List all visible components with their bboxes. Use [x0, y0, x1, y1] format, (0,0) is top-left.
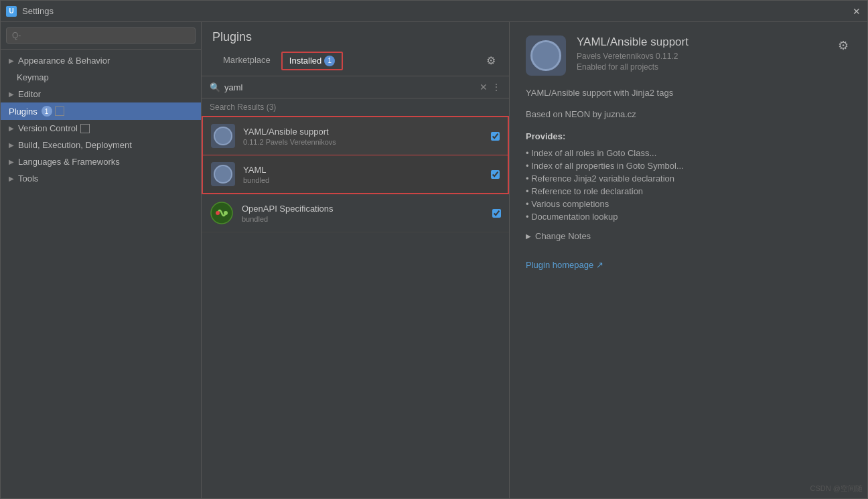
window-title: Settings	[22, 6, 851, 16]
detail-enabled: Enabled for all projects	[577, 62, 835, 72]
plugin-item-yaml-ansible[interactable]: YAML/Ansible support 0.11.2 Pavels Veret…	[202, 116, 509, 155]
sidebar-item-label: Appearance & Behavior	[18, 56, 110, 66]
plugin-meta: bundled	[243, 176, 486, 184]
plugin-checkbox-yaml[interactable]	[491, 170, 500, 179]
change-notes-label: Change Notes	[535, 231, 591, 241]
sidebar-item-keymap[interactable]: Keymap	[1, 69, 201, 86]
sidebar-item-label: Editor	[18, 89, 41, 99]
openapi-logo	[210, 201, 234, 225]
app-icon: U	[6, 6, 17, 17]
detail-description-1: YAML/Ansible support with Jinja2 tags	[526, 86, 851, 100]
provides-list-item: Reference Jinja2 variable declaration	[526, 172, 851, 185]
sidebar-item-label: Version Control	[18, 123, 78, 133]
sidebar-item-label: Languages & Frameworks	[18, 157, 120, 167]
plugin-meta: bundled	[242, 215, 487, 223]
installed-tab-label: Installed	[289, 56, 321, 66]
provides-list-item: Reference to role declaration	[526, 185, 851, 198]
plugin-search-input[interactable]	[224, 82, 476, 92]
plugin-info: YAML bundled	[243, 165, 486, 184]
search-results-label: Search Results (3)	[202, 98, 509, 116]
arrow-icon: ▶	[9, 125, 14, 132]
sidebar-item-build[interactable]: ▶ Build, Execution, Deployment	[1, 137, 201, 153]
yaml-ansible-logo	[211, 124, 235, 148]
tabs-row: Marketplace Installed 1 ⚙	[212, 51, 498, 70]
provides-list-item: Various completions	[526, 198, 851, 210]
detail-info: YAML/Ansible support Pavels Veretennikov…	[577, 35, 835, 72]
svg-point-1	[216, 211, 220, 215]
provides-list-item: Index of all roles in Goto Class...	[526, 147, 851, 159]
plugin-info: YAML/Ansible support 0.11.2 Pavels Veret…	[243, 127, 486, 146]
plugin-list: YAML/Ansible support 0.11.2 Pavels Veret…	[202, 116, 509, 498]
plugin-homepage-link[interactable]: Plugin homepage ↗	[526, 260, 603, 270]
openapi-svg-icon	[210, 201, 234, 225]
provides-list: Index of all roles in Goto Class...Index…	[526, 147, 851, 223]
plugin-checkbox-openapi[interactable]	[492, 209, 501, 218]
sidebar-item-languages[interactable]: ▶ Languages & Frameworks	[1, 153, 201, 170]
sidebar-item-label: Build, Execution, Deployment	[18, 140, 132, 150]
plugin-item-openapi[interactable]: OpenAPI Specifications bundled	[202, 194, 509, 232]
plugins-gear-button[interactable]: ⚙	[484, 52, 498, 70]
sidebar-item-label: Tools	[18, 173, 38, 184]
plugin-search-bar: 🔍 ✕ ⋮	[202, 76, 509, 98]
close-button[interactable]: ✕	[851, 6, 862, 17]
arrow-icon: ▶	[9, 90, 14, 98]
plugin-meta: 0.11.2 Pavels Veretennikovs	[243, 138, 486, 146]
detail-gear-button[interactable]: ⚙	[835, 35, 851, 56]
detail-author: Pavels Veretennikovs 0.11.2	[577, 52, 835, 61]
sidebar-item-tools[interactable]: ▶ Tools	[1, 170, 201, 187]
sidebar-item-label: Plugins	[9, 106, 38, 117]
detail-header: YAML/Ansible support Pavels Veretennikov…	[526, 35, 851, 76]
plugin-name: OpenAPI Specifications	[242, 204, 487, 214]
main-content: ▶ Appearance & Behavior Keymap ▶ Editor …	[1, 22, 867, 498]
arrow-icon: ▶	[9, 158, 14, 165]
detail-title: YAML/Ansible support	[577, 35, 835, 49]
homepage-label: Plugin homepage ↗	[526, 260, 603, 270]
sidebar-item-editor[interactable]: ▶ Editor	[1, 86, 201, 102]
sidebar-item-plugins[interactable]: Plugins 1	[1, 102, 201, 120]
sidebar-item-label: Keymap	[17, 72, 49, 82]
svg-point-2	[224, 211, 228, 215]
provides-label: Provides:	[526, 131, 851, 141]
plugins-panel: Plugins Marketplace Installed 1 ⚙ 🔍 ✕ ⋮	[202, 22, 510, 498]
window-controls: ✕	[851, 6, 862, 17]
change-notes-toggle[interactable]: ▶ Change Notes	[526, 231, 851, 241]
detail-panel: YAML/Ansible support Pavels Veretennikov…	[510, 22, 867, 498]
tab-installed[interactable]: Installed 1	[281, 52, 343, 70]
tab-marketplace[interactable]: Marketplace	[212, 51, 281, 70]
change-notes-arrow: ▶	[526, 232, 531, 240]
search-icon: 🔍	[210, 82, 220, 92]
provides-list-item: Documentation lookup	[526, 210, 851, 223]
plugin-checkbox-yaml-ansible[interactable]	[491, 132, 500, 141]
sidebar-item-appearance[interactable]: ▶ Appearance & Behavior	[1, 52, 201, 69]
plugin-item-yaml[interactable]: YAML bundled	[202, 155, 509, 194]
sidebar-search-container	[1, 22, 201, 50]
plugins-badge: 1	[42, 106, 52, 117]
arrow-icon: ▶	[9, 141, 14, 149]
yaml-logo	[211, 162, 235, 186]
plugins-panel-title: Plugins	[212, 30, 498, 44]
search-more-button[interactable]: ⋮	[492, 82, 501, 92]
provides-list-item: Index of all properties in Goto Symbol..…	[526, 159, 851, 172]
title-bar: U Settings ✕	[1, 1, 867, 22]
plugin-info: OpenAPI Specifications bundled	[242, 204, 487, 223]
search-clear-button[interactable]: ✕	[480, 82, 488, 92]
plugins-icon-square	[55, 106, 64, 116]
plugin-name: YAML	[243, 165, 486, 175]
sidebar-item-version-control[interactable]: ▶ Version Control	[1, 120, 201, 137]
watermark: CSDN @空间随	[810, 484, 863, 494]
sidebar: ▶ Appearance & Behavior Keymap ▶ Editor …	[1, 22, 202, 498]
sidebar-search-input[interactable]	[6, 27, 196, 44]
arrow-icon: ▶	[9, 175, 14, 182]
installed-badge: 1	[324, 56, 335, 66]
sidebar-nav: ▶ Appearance & Behavior Keymap ▶ Editor …	[1, 50, 201, 498]
detail-description-2: Based on NEON by juzna.cz	[526, 108, 851, 121]
settings-window: U Settings ✕ ▶ Appearance & Behavior Key…	[0, 0, 868, 499]
plugins-header: Plugins Marketplace Installed 1 ⚙	[202, 22, 509, 76]
vc-icon-square	[80, 124, 90, 133]
plugin-name: YAML/Ansible support	[243, 127, 486, 137]
detail-logo	[526, 35, 566, 76]
arrow-icon: ▶	[9, 57, 14, 64]
